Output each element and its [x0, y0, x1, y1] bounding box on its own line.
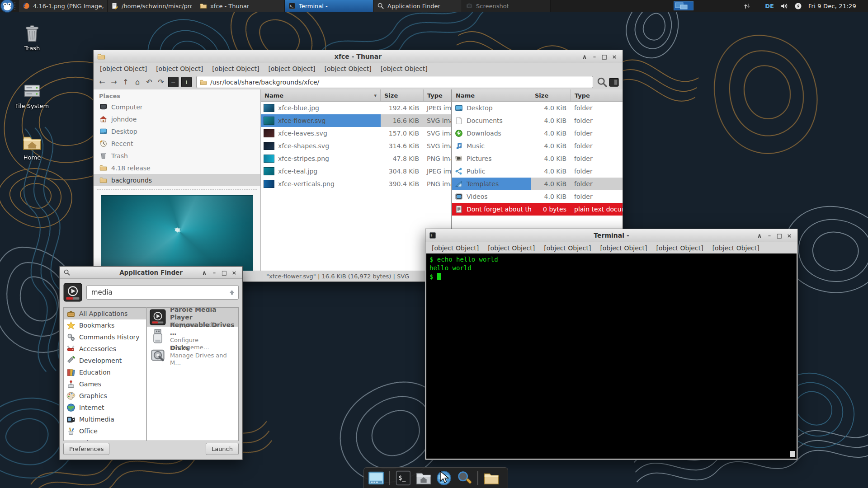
applications-menu-button[interactable] — [0, 0, 14, 12]
file-row[interactable]: Dont forget about this ! 0 bytes plain t… — [452, 203, 623, 216]
sidebar-item[interactable]: backgrounds — [94, 174, 260, 186]
desktop-icon-home[interactable]: Home — [15, 132, 49, 161]
file-row[interactable]: xfce-shapes.svg 314.6 KiB SVG image — [261, 140, 451, 152]
taskbar-button[interactable]: Screenshot — [462, 0, 551, 12]
maximize-button[interactable]: □ — [220, 268, 229, 277]
menu-item[interactable]: [object Object] — [539, 244, 595, 253]
resize-grip[interactable] — [790, 451, 795, 457]
taskbar-button[interactable]: 4.16-1.png (PNG Image, … — [19, 0, 108, 12]
category-item[interactable]: Internet — [64, 402, 146, 413]
maximize-button[interactable]: □ — [775, 231, 784, 240]
zoom-in-button[interactable]: + — [181, 77, 192, 87]
column-header-type[interactable]: Type — [424, 89, 451, 101]
file-row[interactable]: Desktop 4.0 KiB folder — [452, 102, 623, 114]
column-header-type[interactable]: Type — [571, 89, 623, 101]
column-header-name[interactable]: Name — [452, 89, 531, 101]
sidebar-item[interactable]: 4.18 release — [94, 162, 260, 174]
file-row[interactable]: xfce-stripes.png 47.8 KiB PNG image — [261, 152, 451, 165]
result-item[interactable]: Removable Drives … Configure manageme… — [147, 327, 238, 346]
app-finder-launcher[interactable] — [455, 469, 473, 487]
minimize-button[interactable]: – — [210, 268, 219, 277]
file-row[interactable]: xfce-flower.svg 16.6 KiB SVG image — [261, 114, 451, 127]
file-row[interactable]: Documents 4.0 KiB folder — [452, 114, 623, 127]
keyboard-layout-indicator[interactable]: DE — [757, 2, 774, 10]
dock-separator[interactable] — [477, 471, 478, 485]
column-header-name[interactable]: Name ▾ — [261, 89, 381, 101]
thunar-titlebar[interactable]: xfce - Thunar ∧–□× — [94, 50, 623, 63]
network-indicator-icon[interactable] — [743, 2, 751, 10]
category-item[interactable]: Education — [64, 366, 146, 378]
file-manager-launcher[interactable] — [415, 469, 433, 487]
undo-button[interactable]: ↶ — [143, 76, 155, 88]
menu-item[interactable]: [object Object] — [652, 244, 708, 253]
back-button[interactable]: ← — [96, 76, 108, 88]
category-item[interactable]: Multimedia — [64, 413, 146, 425]
clock[interactable]: Fri 9 Dec, 21:29 — [808, 3, 856, 9]
category-item[interactable]: All Applications — [64, 308, 146, 319]
result-item[interactable]: Disks Manage Drives and M… — [147, 346, 238, 365]
file-row[interactable]: xfce-leaves.svg 157.0 KiB SVG image — [261, 127, 451, 140]
shade-button[interactable]: ∧ — [755, 231, 764, 240]
arrow-up-icon[interactable] — [228, 289, 236, 296]
desktop-icon-filesystem[interactable]: File System — [15, 80, 49, 109]
appfinder-titlebar[interactable]: Application Finder ∧–□× — [60, 267, 242, 279]
terminal-launcher[interactable]: $_ — [394, 469, 412, 487]
menu-item[interactable]: [object Object] — [483, 244, 539, 253]
menu-item[interactable]: [object Object] — [376, 64, 432, 73]
minimize-button[interactable]: – — [765, 231, 774, 240]
forward-button[interactable]: → — [108, 76, 120, 88]
taskbar-button[interactable]: Application Finder — [373, 0, 462, 12]
sidebar-item[interactable]: johndoe — [94, 113, 260, 125]
launch-button[interactable]: Launch — [206, 443, 239, 455]
power-indicator-icon[interactable] — [794, 2, 802, 10]
path-bar[interactable]: /usr/local/share/backgrounds/xfce/ — [196, 76, 593, 88]
workspace-pager[interactable] — [674, 1, 693, 10]
taskbar-button[interactable]: $_ Terminal - — [285, 0, 373, 12]
show-desktop-launcher[interactable] — [367, 469, 385, 487]
sidebar-item[interactable]: Recent — [94, 137, 260, 150]
category-item[interactable]: Other — [64, 437, 146, 441]
sidebar-item[interactable]: Desktop — [94, 125, 260, 137]
taskbar-button[interactable]: /home/schwinn/misc/pro… — [108, 0, 196, 12]
category-item[interactable]: Commands History — [64, 331, 146, 343]
search-input[interactable] — [86, 285, 239, 300]
file-row[interactable]: xfce-verticals.png 390.4 KiB PNG image — [261, 178, 451, 190]
search-button[interactable] — [596, 76, 608, 88]
zoom-out-button[interactable]: − — [168, 77, 179, 87]
menu-item[interactable]: [object Object] — [320, 64, 376, 73]
dock-separator[interactable] — [389, 471, 390, 485]
sidebar-item[interactable]: Trash — [94, 150, 260, 162]
file-row[interactable]: Pictures 4.0 KiB folder — [452, 152, 623, 165]
menu-item[interactable]: [object Object] — [595, 244, 651, 253]
category-item[interactable]: Games — [64, 378, 146, 390]
close-button[interactable]: × — [610, 52, 619, 61]
category-item[interactable]: Development — [64, 355, 146, 366]
file-row[interactable]: Music 4.0 KiB folder — [452, 140, 623, 152]
panel-handle[interactable] — [14, 2, 18, 10]
category-item[interactable]: Graphics — [64, 390, 146, 402]
taskbar-button[interactable]: xfce - Thunar — [196, 0, 285, 12]
sidebar-item[interactable]: Computer — [94, 101, 260, 113]
home-button[interactable]: ⌂ — [132, 76, 143, 88]
menu-item[interactable]: [object Object] — [427, 244, 483, 253]
file-row[interactable]: Templates 4.0 KiB folder — [452, 178, 623, 190]
file-row[interactable]: Downloads 4.0 KiB folder — [452, 127, 623, 140]
close-button[interactable]: × — [785, 231, 794, 240]
close-button[interactable]: × — [230, 268, 239, 277]
column-header-size[interactable]: Size — [531, 89, 571, 101]
file-row[interactable]: Videos 4.0 KiB folder — [452, 190, 623, 203]
menu-item[interactable]: [object Object] — [151, 64, 208, 73]
folder-launcher[interactable] — [482, 469, 500, 487]
redo-button[interactable]: ↷ — [155, 76, 167, 88]
file-row[interactable]: Public 4.0 KiB folder — [452, 165, 623, 178]
shade-button[interactable]: ∧ — [580, 52, 589, 61]
volume-indicator-icon[interactable] — [780, 2, 788, 10]
panel-toggle-button[interactable] — [608, 76, 620, 88]
desktop-icon-trash[interactable]: Trash — [15, 23, 49, 52]
maximize-button[interactable]: □ — [600, 52, 609, 61]
up-button[interactable]: ↑ — [120, 76, 132, 88]
menu-item[interactable]: [object Object] — [708, 244, 764, 253]
menu-item[interactable]: [object Object] — [208, 64, 264, 73]
column-header-size[interactable]: Size — [381, 89, 424, 101]
file-row[interactable]: xfce-teal.jpg 304.8 KiB JPEG image — [261, 165, 451, 178]
